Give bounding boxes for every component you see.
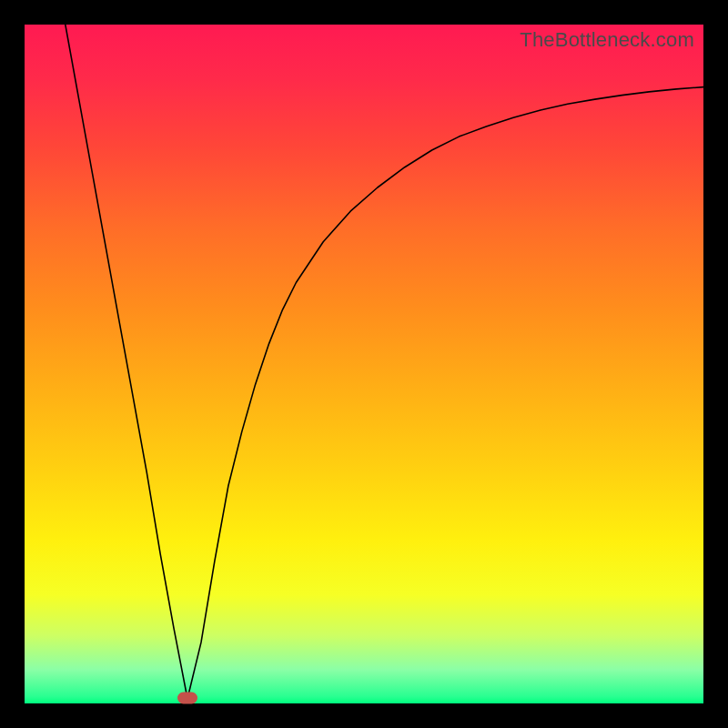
curve-path xyxy=(66,25,703,699)
optimum-marker xyxy=(177,693,197,704)
plot-area: TheBottleneck.com xyxy=(25,25,703,703)
chart-frame: TheBottleneck.com xyxy=(0,0,728,728)
bottleneck-curve xyxy=(25,25,703,703)
